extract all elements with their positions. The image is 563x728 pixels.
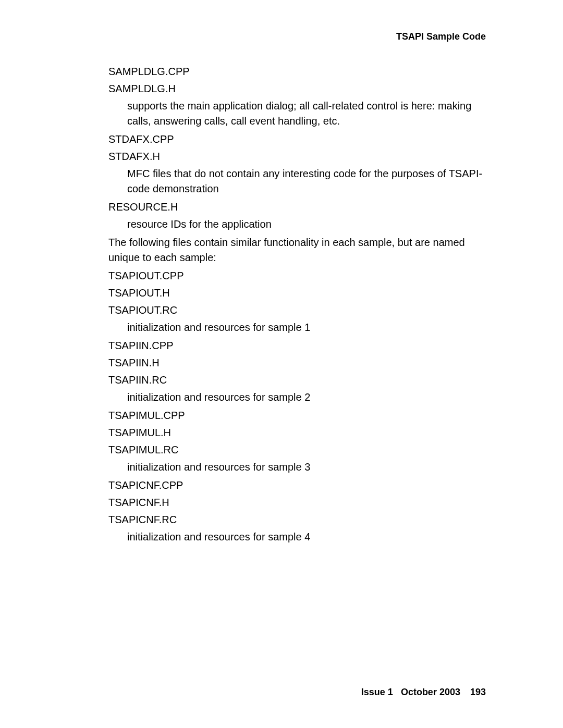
file-term: TSAPIMUL.RC — [108, 442, 486, 458]
file-term: STDAFX.H — [108, 149, 486, 164]
file-term: SAMPLDLG.CPP — [108, 64, 486, 79]
file-desc: initialization and resources for sample … — [108, 390, 486, 405]
footer-issue: Issue 1 — [361, 687, 393, 697]
file-desc: supports the main application dialog; al… — [108, 98, 486, 129]
file-term: STDAFX.CPP — [108, 132, 486, 147]
file-term: TSAPIMUL.H — [108, 425, 486, 440]
file-term: TSAPIIN.CPP — [108, 338, 486, 353]
footer-date: October 2003 — [401, 687, 460, 697]
page-content: SAMPLDLG.CPP SAMPLDLG.H supports the mai… — [77, 64, 486, 545]
file-term: TSAPIOUT.H — [108, 286, 486, 301]
file-desc: initialization and resources for sample … — [108, 320, 486, 335]
page-container: TSAPI Sample Code SAMPLDLG.CPP SAMPLDLG.… — [0, 0, 563, 728]
file-term: TSAPICNF.CPP — [108, 478, 486, 493]
file-term: TSAPICNF.RC — [108, 512, 486, 527]
file-term: TSAPIOUT.CPP — [108, 268, 486, 283]
file-desc: initialization and resources for sample … — [108, 529, 486, 545]
page-footer: Issue 1 October 2003 193 — [361, 687, 486, 698]
file-term: TSAPIMUL.CPP — [108, 408, 486, 423]
file-desc: MFC files that do not contain any intere… — [108, 166, 486, 196]
header-title: TSAPI Sample Code — [396, 31, 486, 42]
file-term: TSAPIIN.H — [108, 355, 486, 371]
file-desc: initialization and resources for sample … — [108, 460, 486, 475]
paragraph: The following files contain similar func… — [108, 235, 486, 265]
file-term: SAMPLDLG.H — [108, 81, 486, 96]
file-desc: resource IDs for the application — [108, 217, 486, 232]
file-term: TSAPIOUT.RC — [108, 303, 486, 318]
file-term: RESOURCE.H — [108, 200, 486, 215]
file-term: TSAPIIN.RC — [108, 373, 486, 388]
page-header: TSAPI Sample Code — [77, 31, 486, 42]
footer-page-number: 193 — [470, 687, 486, 697]
file-term: TSAPICNF.H — [108, 495, 486, 510]
